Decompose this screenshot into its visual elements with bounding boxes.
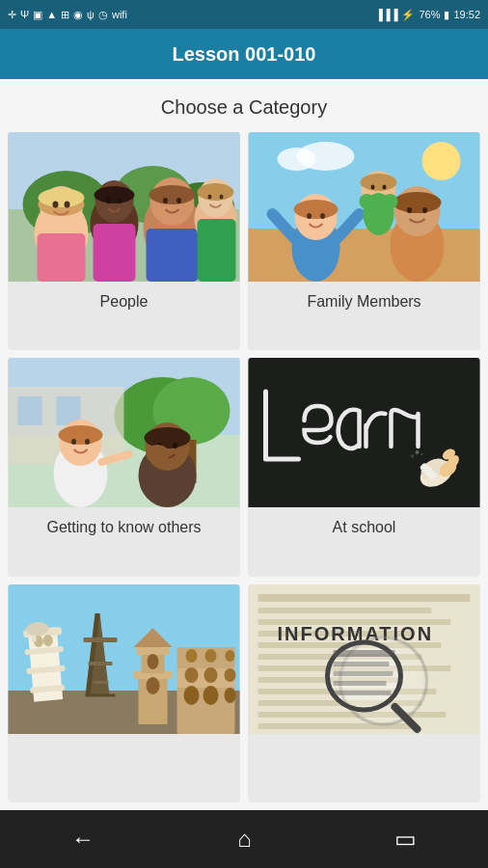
svg-point-26: [198, 183, 234, 201]
svg-rect-99: [84, 637, 118, 642]
svg-point-22: [176, 198, 181, 203]
hearing-icon: ψ: [87, 9, 95, 20]
svg-point-28: [220, 195, 224, 200]
svg-point-34: [278, 148, 316, 171]
svg-rect-11: [38, 233, 86, 282]
back-icon: ←: [71, 826, 95, 853]
category-image-landmarks: [8, 584, 240, 734]
svg-rect-143: [334, 671, 393, 676]
svg-point-32: [422, 142, 461, 180]
svg-point-20: [149, 185, 196, 204]
svg-point-49: [371, 185, 375, 190]
svg-point-84: [411, 455, 414, 458]
category-grid: People: [0, 132, 488, 810]
svg-point-38: [307, 213, 312, 219]
svg-point-21: [163, 198, 168, 203]
header-title: Lesson 001-010: [173, 43, 316, 66]
usb-icon: Ψ: [20, 9, 29, 20]
svg-point-114: [203, 686, 219, 705]
clock-icon: ◷: [98, 9, 108, 21]
svg-point-39: [320, 213, 325, 219]
svg-rect-23: [147, 229, 199, 282]
battery-percentage: 76%: [419, 9, 440, 20]
svg-rect-31: [249, 229, 480, 282]
svg-point-117: [204, 667, 218, 683]
svg-point-120: [205, 649, 217, 663]
svg-rect-124: [258, 608, 432, 613]
navigation-bar: ← ⌂ ▭: [0, 810, 488, 868]
category-image-school: [248, 358, 480, 507]
svg-point-50: [383, 185, 387, 190]
status-icons-left: ✛ Ψ ▣ ▲ ⊞ ◉ ψ ◷ wifi: [8, 9, 127, 21]
svg-point-71: [145, 427, 191, 448]
lightning-icon: ⚡: [401, 9, 415, 21]
svg-point-85: [421, 453, 423, 455]
svg-point-10: [65, 202, 70, 208]
svg-rect-101: [94, 681, 109, 684]
category-image-getting: [8, 358, 240, 507]
status-icons-right: ▐▐▐ ⚡ 76% ▮ 19:52: [375, 9, 480, 21]
svg-point-74: [147, 445, 170, 464]
svg-point-65: [59, 425, 103, 445]
category-image-people: [8, 132, 240, 282]
svg-point-44: [393, 192, 442, 213]
category-label-getting: Getting to know others: [8, 507, 240, 550]
svg-point-67: [85, 439, 90, 445]
category-label-people: People: [8, 282, 240, 324]
svg-rect-142: [334, 662, 390, 666]
plus-icon: ✛: [8, 9, 16, 21]
category-image-information: INFORMATION: [248, 584, 480, 734]
qr-icon: ⊞: [61, 9, 69, 21]
category-card-school[interactable]: At school: [248, 358, 480, 576]
category-card-information[interactable]: INFORMATION: [248, 584, 480, 802]
svg-point-52: [360, 194, 375, 209]
svg-point-83: [416, 450, 420, 454]
svg-rect-145: [334, 691, 392, 695]
svg-point-118: [225, 668, 236, 682]
svg-point-107: [147, 677, 160, 694]
category-image-family: [248, 132, 480, 282]
upload-icon: ▲: [46, 9, 57, 20]
svg-point-108: [148, 654, 159, 669]
category-card-people[interactable]: People: [8, 132, 240, 350]
svg-rect-123: [258, 594, 471, 602]
svg-point-37: [294, 200, 339, 219]
svg-point-121: [226, 650, 235, 662]
svg-point-113: [184, 686, 200, 705]
main-content: Choose a Category: [0, 79, 488, 810]
category-card-getting[interactable]: Getting to know others: [8, 358, 240, 576]
svg-point-27: [208, 195, 212, 200]
svg-point-14: [95, 186, 135, 203]
back-button[interactable]: ←: [52, 818, 114, 860]
svg-point-15: [106, 198, 111, 203]
photo-icon: ▣: [33, 9, 42, 21]
battery-icon: ▮: [444, 9, 449, 21]
home-icon: ⌂: [237, 826, 252, 853]
wifi-icon: wifi: [112, 9, 127, 20]
time-display: 19:52: [453, 9, 480, 20]
svg-point-66: [71, 439, 76, 445]
svg-point-8: [39, 188, 85, 207]
svg-rect-61: [18, 396, 42, 425]
choose-category-title: Choose a Category: [0, 79, 488, 132]
svg-point-73: [173, 443, 177, 448]
svg-point-16: [118, 198, 122, 203]
svg-point-119: [186, 649, 198, 663]
signal-icon: ▐▐▐: [375, 9, 397, 20]
svg-point-45: [407, 207, 412, 213]
svg-point-53: [383, 194, 398, 209]
category-label-information: [248, 734, 480, 776]
home-button[interactable]: ⌂: [218, 818, 271, 860]
category-card-landmarks[interactable]: [8, 584, 240, 802]
svg-rect-106: [137, 647, 170, 655]
svg-point-115: [225, 688, 236, 703]
svg-point-48: [361, 174, 397, 191]
category-label-family: Family Members: [248, 282, 480, 324]
recent-apps-button[interactable]: ▭: [375, 818, 436, 860]
svg-rect-17: [94, 224, 136, 282]
svg-rect-141: [334, 650, 395, 657]
status-bar: ✛ Ψ ▣ ▲ ⊞ ◉ ψ ◷ wifi ▐▐▐ ⚡ 76% ▮ 19:52: [0, 0, 488, 29]
category-label-landmarks: [8, 734, 240, 776]
category-card-family[interactable]: Family Members: [248, 132, 480, 350]
app-header: Lesson 001-010: [0, 29, 488, 79]
